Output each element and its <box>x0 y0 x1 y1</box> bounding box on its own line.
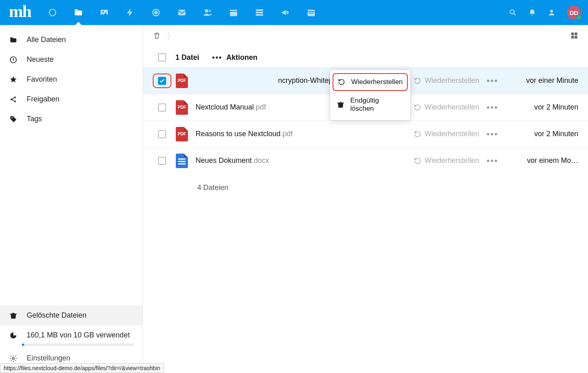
quota-icon <box>9 331 18 339</box>
ctx-restore-label: Wiederherstellen <box>351 78 403 86</box>
row-more-button[interactable]: ••• <box>487 129 498 139</box>
svg-point-2 <box>102 11 104 13</box>
nav-calendar-icon[interactable] <box>221 0 247 25</box>
app-logo[interactable]: mh <box>4 2 40 23</box>
sidebar-item-label: Favoriten <box>27 75 57 84</box>
file-count-footer: 4 Dateien <box>143 174 588 192</box>
sidebar-item-label: Tags <box>27 115 42 123</box>
svg-point-24 <box>11 117 13 118</box>
bulk-actions-trigger[interactable]: ••• Aktionen <box>212 53 257 62</box>
svg-point-18 <box>510 10 514 14</box>
trash-icon <box>9 312 18 320</box>
sidebar-item-deleted[interactable]: Gelöschte Dateien <box>0 306 143 325</box>
nav-photos-icon[interactable] <box>91 0 117 25</box>
file-row[interactable]: PDF Reasons to use Nextcloud.pdf Wiederh… <box>143 120 588 147</box>
nav-calendar2-icon[interactable] <box>298 0 324 25</box>
breadcrumb-chevron-icon: 〉 <box>166 30 175 42</box>
file-name[interactable]: Neues Dokument.docx <box>196 156 413 165</box>
nav-mail-icon[interactable] <box>169 0 195 25</box>
context-menu: Wiederherstellen Endgültig löschen <box>330 70 411 120</box>
app-header: mh <box>0 0 588 25</box>
restore-button[interactable]: Wiederherstellen <box>413 156 479 165</box>
star-icon <box>9 76 18 84</box>
sidebar-bottom: Gelöschte Dateien 160,1 MB von 10 GB ver… <box>0 306 143 373</box>
svg-point-16 <box>311 13 312 14</box>
file-type-icon: PDF <box>174 127 190 141</box>
restore-button[interactable]: Wiederherstellen <box>413 76 479 85</box>
svg-point-4 <box>155 11 157 14</box>
svg-point-6 <box>205 9 208 13</box>
svg-point-15 <box>309 13 310 14</box>
folder-icon <box>9 36 18 44</box>
row-more-button[interactable]: ••• <box>487 156 498 166</box>
svg-rect-27 <box>571 33 574 36</box>
selection-count-label: 1 Datei <box>175 53 199 62</box>
ctx-delete-permanent[interactable]: Endgültig löschen <box>330 92 410 118</box>
nav-files-icon[interactable] <box>65 0 91 25</box>
ctx-restore[interactable]: Wiederherstellen <box>333 73 408 91</box>
row-checkbox[interactable] <box>153 103 171 112</box>
svg-rect-11 <box>256 9 263 11</box>
sidebar-item-label: Alle Dateien <box>27 36 66 44</box>
svg-rect-13 <box>256 14 263 16</box>
notifications-icon[interactable] <box>528 8 536 17</box>
svg-rect-30 <box>575 36 577 39</box>
row-checkbox[interactable] <box>153 157 171 165</box>
svg-point-17 <box>312 13 314 14</box>
nav-announce-icon[interactable] <box>272 0 298 25</box>
main-panel: 〉 1 Datei ••• Aktionen PDF XXXXXXXXXXXXX… <box>143 25 588 373</box>
row-time: vor einer Minute <box>510 76 578 85</box>
nav-deck-icon[interactable] <box>247 0 272 25</box>
nav-talk-icon[interactable] <box>143 0 169 25</box>
grid-view-toggle[interactable] <box>570 32 578 41</box>
nav-dashboard-icon[interactable] <box>40 0 65 25</box>
ellipsis-icon: ••• <box>212 53 222 62</box>
row-more-button[interactable]: ••• <box>487 102 498 113</box>
nav-contacts-icon[interactable] <box>195 0 221 25</box>
svg-point-19 <box>550 10 553 13</box>
sidebar-item-label: Freigaben <box>27 95 59 103</box>
clock-icon <box>9 56 18 64</box>
file-row[interactable]: Neues Dokument.docx Wiederherstellen •••… <box>143 147 588 174</box>
ctx-delete-label: Endgültig löschen <box>350 97 404 113</box>
file-type-icon: PDF <box>174 74 190 88</box>
user-avatar[interactable]: DD <box>567 6 581 19</box>
select-all-checkbox[interactable] <box>153 53 171 61</box>
nav-activity-icon[interactable] <box>117 0 143 25</box>
sidebar-item-shares[interactable]: Freigaben <box>0 89 143 109</box>
browser-status-bar: https://files.nextcloud-demo.de/apps/fil… <box>0 363 164 373</box>
sidebar-item-quota: 160,1 MB von 10 GB verwendet <box>0 325 143 340</box>
sidebar-item-label: Gelöschte Dateien <box>27 311 86 320</box>
contacts-header-icon[interactable] <box>548 8 556 17</box>
sidebar-item-favorites[interactable]: Favoriten <box>0 70 143 89</box>
row-checkbox[interactable] <box>153 130 171 138</box>
file-list-header: 1 Datei ••• Aktionen <box>143 48 588 67</box>
row-time: vor einem Mo… <box>510 156 578 165</box>
svg-rect-10 <box>230 10 237 11</box>
share-icon <box>9 95 18 103</box>
sidebar-item-label: Neueste <box>27 55 54 64</box>
file-name[interactable]: Reasons to use Nextcloud.pdf <box>196 130 413 138</box>
bulk-actions-label: Aktionen <box>226 53 257 62</box>
breadcrumb-trash-icon[interactable] <box>153 32 161 41</box>
presence-dot <box>576 15 582 20</box>
breadcrumb-row: 〉 <box>143 25 588 48</box>
search-icon[interactable] <box>509 8 517 17</box>
svg-point-7 <box>209 10 211 12</box>
gear-icon <box>9 354 18 362</box>
row-more-button[interactable]: ••• <box>487 76 498 86</box>
row-checkbox[interactable] <box>153 74 171 88</box>
header-right: DD <box>509 6 584 19</box>
restore-button[interactable]: Wiederherstellen <box>413 103 479 112</box>
svg-rect-12 <box>256 12 263 13</box>
restore-button[interactable]: Wiederherstellen <box>413 130 479 138</box>
svg-rect-28 <box>575 33 577 36</box>
sidebar-item-label: Einstellungen <box>27 354 70 362</box>
file-type-icon: PDF <box>174 100 190 115</box>
sidebar-item-all-files[interactable]: Alle Dateien <box>0 30 143 50</box>
quota-text: 160,1 MB von 10 GB verwendet <box>27 331 130 339</box>
sidebar-item-tags[interactable]: Tags <box>0 109 143 129</box>
sidebar-list: Alle Dateien Neueste Favoriten Freigaben <box>0 25 143 306</box>
sidebar-item-recent[interactable]: Neueste <box>0 50 143 70</box>
file-type-icon <box>174 154 190 168</box>
